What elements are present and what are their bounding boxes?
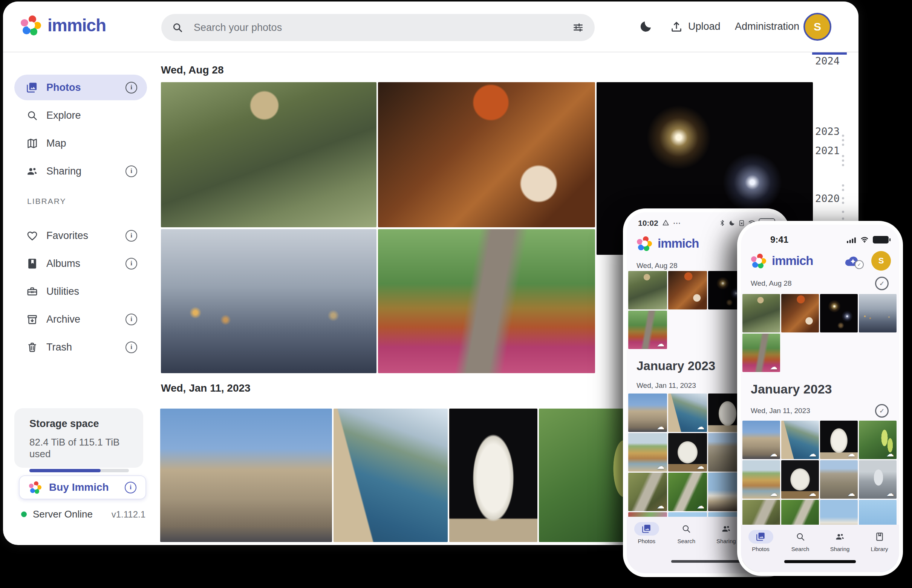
sharing-icon <box>828 530 852 544</box>
sidebar-item-explore[interactable]: Explore <box>15 103 147 128</box>
search-filters-icon[interactable] <box>572 21 584 34</box>
phone-mockup-iphone: 9:41 immich ✓ S Wed, Aug 28 ✓ ☁ January … <box>737 221 903 576</box>
phone2-date-row-1: Wed, Aug 28 ✓ <box>751 277 889 290</box>
photo-dinner-table[interactable] <box>378 82 595 227</box>
cloud-backup-icon: ☁ <box>770 449 778 458</box>
thumb-boulder[interactable]: ☁ <box>781 460 819 499</box>
phone2-user-avatar[interactable]: S <box>871 251 891 271</box>
thumb-castle[interactable]: ☁ <box>628 394 667 432</box>
thumb-cliff[interactable]: ☁ <box>628 433 667 472</box>
photos-icon <box>26 82 38 94</box>
sidebar-item-utilities[interactable]: Utilities <box>15 279 147 304</box>
trash-icon <box>26 341 38 353</box>
thumb-hands[interactable] <box>859 294 897 333</box>
scrubber-year-2020[interactable]: 2020 <box>805 192 839 204</box>
flower-petal <box>21 19 28 27</box>
thumb-autumn[interactable]: ☁ <box>628 310 667 349</box>
select-day-check-icon[interactable]: ✓ <box>875 404 889 418</box>
info-icon[interactable]: i <box>126 258 137 270</box>
server-status-row: Server Online v1.112.1 <box>21 509 145 520</box>
thumb-bust[interactable]: ☁ <box>820 421 858 459</box>
sidebar-item-label: Utilities <box>46 286 137 297</box>
phone2-bottom-nav: Photos Search Sharing Library <box>741 525 899 572</box>
scrubber-year-2023[interactable]: 2023 <box>805 126 839 137</box>
thumb-autumn[interactable]: ☁ <box>743 334 780 372</box>
phone2-month-header: January 2023 <box>751 382 899 397</box>
search-bar[interactable] <box>161 14 595 41</box>
administration-link[interactable]: Administration <box>735 21 799 32</box>
thumb-lizard[interactable]: ☁ <box>628 473 667 511</box>
phone2-date2: Wed, Jan 11, 2023 <box>751 407 810 415</box>
phone2-nav-photos[interactable]: Photos <box>741 530 780 552</box>
thumb-castle[interactable]: ☁ <box>743 421 780 459</box>
phone1-nav-search[interactable]: Search <box>667 522 707 544</box>
upload-button[interactable]: Upload <box>670 20 721 33</box>
toolbox-icon <box>26 286 38 297</box>
thumb-coast[interactable]: ☁ <box>781 421 819 459</box>
thumb-monkeys[interactable] <box>743 294 780 333</box>
phone2-grid-jan-row1: ☁☁☁☁ <box>741 421 899 459</box>
heart-icon <box>26 230 38 242</box>
photo-coastal-fort[interactable] <box>334 409 448 542</box>
user-avatar[interactable]: S <box>804 13 831 41</box>
scrubber-tick <box>842 202 844 204</box>
scrubber-year-2021[interactable]: 2021 <box>805 145 839 157</box>
buy-info-icon[interactable]: i <box>125 482 136 493</box>
sidebar-item-trash[interactable]: Trashi <box>15 334 147 360</box>
photo-autumn-park-path[interactable] <box>378 229 595 373</box>
select-day-check-icon[interactable]: ✓ <box>875 277 889 290</box>
immich-logo[interactable]: immich <box>20 15 106 36</box>
scrubber-year-2024[interactable]: 2024 <box>805 55 839 67</box>
scrubber-position-indicator <box>812 52 847 55</box>
sidebar-item-label: Albums <box>46 258 126 270</box>
sidebar-item-photos[interactable]: Photosi <box>15 74 147 100</box>
scrubber-tick <box>842 184 844 187</box>
photo-fortress-walls[interactable] <box>160 409 332 542</box>
thumb-ruins[interactable]: ☁ <box>820 460 858 499</box>
thumb-fireworks[interactable] <box>820 294 858 333</box>
photo-holding-hands[interactable] <box>161 229 376 373</box>
phone2-status-bar: 9:41 <box>741 225 899 245</box>
thumb-coast[interactable]: ☁ <box>668 394 707 432</box>
search-input[interactable] <box>193 21 572 34</box>
phone1-nav-photos[interactable]: Photos <box>627 522 667 544</box>
immich-flower-icon <box>636 235 653 252</box>
sidebar-item-sharing[interactable]: Sharingi <box>15 158 147 184</box>
thumb-monument[interactable]: ☁ <box>859 460 897 499</box>
info-icon[interactable]: i <box>126 313 137 325</box>
sharing-icon <box>26 165 38 177</box>
sidebar-item-favorites[interactable]: Favoritesi <box>15 223 147 249</box>
phone2-nav-library[interactable]: Library <box>860 530 899 552</box>
search-icon <box>788 530 813 544</box>
buy-immich-button[interactable]: Buy Immich i <box>19 475 146 499</box>
cloud-backup-icon: ☁ <box>657 501 664 510</box>
sidebar-item-albums[interactable]: Albumsi <box>15 250 147 276</box>
sidebar-library-nav: Favoritesi Albumsi Utilities Archivei Tr… <box>3 223 147 362</box>
backup-cloud-icon[interactable]: ✓ <box>844 254 862 268</box>
phone2-date1: Wed, Aug 28 <box>751 279 791 288</box>
thumb-dinner[interactable] <box>781 294 819 333</box>
thumb-mosslizard[interactable]: ☁ <box>668 473 707 511</box>
sidebar-item-map[interactable]: Map <box>15 131 147 156</box>
info-icon[interactable]: i <box>126 82 137 94</box>
sharing-icon <box>714 522 739 536</box>
cloud-backup-icon: ☁ <box>657 339 664 348</box>
info-icon[interactable]: i <box>126 230 137 242</box>
storage-title: Storage space <box>29 418 128 430</box>
thumb-dinner[interactable] <box>668 271 707 309</box>
photo-marble-bust[interactable] <box>449 409 538 542</box>
phone2-nav-search[interactable]: Search <box>780 530 820 552</box>
phone2-nav-sharing[interactable]: Sharing <box>820 530 860 552</box>
thumb-monkeys[interactable] <box>628 271 667 309</box>
phone1-date2: Wed, Jan 11, 2023 <box>636 381 696 390</box>
thumb-cliff[interactable]: ☁ <box>743 460 780 499</box>
cloud-backup-icon: ☁ <box>809 489 816 498</box>
theme-toggle[interactable] <box>638 2 653 52</box>
immich-flower-icon <box>29 481 42 494</box>
info-icon[interactable]: i <box>126 341 137 353</box>
thumb-berries[interactable]: ☁ <box>859 421 897 459</box>
info-icon[interactable]: i <box>126 165 137 177</box>
sidebar-item-archive[interactable]: Archivei <box>15 307 147 332</box>
thumb-boulder[interactable]: ☁ <box>668 433 707 472</box>
photo-zoo-monkeys[interactable] <box>161 82 376 227</box>
